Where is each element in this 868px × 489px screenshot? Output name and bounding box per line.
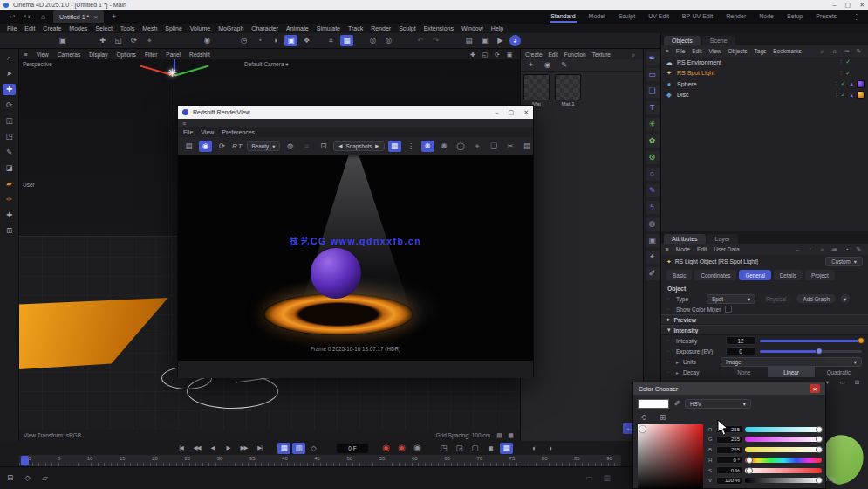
swatch-grid-icon[interactable]: ⊞ (656, 412, 669, 424)
channel-knob[interactable] (746, 457, 753, 464)
key-diamond-icon[interactable]: ◇ (21, 472, 34, 484)
quantize-icon[interactable]: ❖ (300, 35, 313, 46)
light-icon[interactable]: ✦ (646, 251, 660, 264)
layout-tab[interactable]: BP-UV Edit (681, 11, 714, 23)
preset-dropdown[interactable]: Custom▾ (825, 257, 863, 266)
redo-icon[interactable]: ↪ (21, 11, 34, 23)
units-dropdown[interactable]: Image▾ (721, 357, 862, 367)
volume-icon[interactable]: ◍ (646, 217, 660, 231)
record-param-icon[interactable]: ◙ (484, 443, 497, 454)
camera-label[interactable]: Default Camera ▾ (244, 61, 289, 68)
record-rotation-icon[interactable]: ▢ (468, 443, 482, 454)
prev-frame-icon[interactable]: ◀ (206, 443, 219, 454)
cube-primitive-icon[interactable]: ❏ (646, 85, 660, 98)
up-icon[interactable]: ↑ (805, 245, 815, 254)
scale-mode-icon[interactable]: ◱ (3, 115, 16, 127)
selection-tool-icon[interactable]: ➤ (3, 68, 16, 79)
viewport-menu-item[interactable]: Redshift (189, 52, 210, 58)
spline-pen-icon[interactable]: ✒ (646, 52, 660, 65)
burger-icon[interactable]: ≡ (182, 121, 186, 127)
physical-button[interactable]: Physical (760, 294, 792, 303)
ellipse-spline-icon[interactable]: ○ (646, 168, 660, 181)
filter-icon[interactable]: ≔ (830, 245, 839, 254)
edit-material-icon[interactable]: ✎ (557, 59, 571, 71)
intensity-value[interactable]: 12 (726, 336, 755, 345)
menu-item[interactable]: Edit (24, 25, 35, 31)
channel-knob[interactable] (816, 477, 823, 484)
maximize-button[interactable]: ▢ (845, 2, 851, 9)
color-chooser-window[interactable]: Color Chooser ✕ ✐ HSV▾ ⟲ ⊞ R 255 (632, 382, 826, 489)
field-icon[interactable]: ⚙ (646, 151, 660, 164)
zoom-view-icon[interactable]: ◱ (480, 50, 490, 59)
model-mode-icon[interactable]: ◳ (3, 131, 16, 142)
attribute-section-tab[interactable]: Coordinates (694, 270, 736, 280)
attribute-section-tab[interactable]: Basic (666, 270, 692, 280)
document-tab[interactable]: Untitled 1 * ✕ (53, 10, 104, 23)
render-view-icon[interactable]: ▤ (462, 35, 475, 46)
target-b-icon[interactable]: ◎ (382, 35, 395, 46)
live-selection-icon[interactable]: ▣ (56, 35, 69, 46)
channel-knob[interactable] (746, 467, 753, 474)
add-graph-button[interactable]: Add Graph (796, 294, 835, 303)
edit-icon[interactable]: ✎ (854, 245, 864, 254)
enabled-check-icon[interactable]: ✓ (841, 92, 846, 99)
menu-item[interactable]: Tools (120, 25, 134, 31)
object-row[interactable]: ● Sphere ∶ ✓ ▲ (661, 79, 868, 90)
attribute-section-tab[interactable]: Project (805, 270, 835, 280)
enabled-check-icon[interactable]: ✓ (845, 59, 851, 65)
objects-menu-item[interactable]: Edit (692, 48, 701, 54)
camera-icon[interactable]: ▣ (646, 234, 660, 247)
enabled-check-icon[interactable]: ✓ (845, 70, 851, 77)
attributes-menu-item[interactable]: User Data (714, 246, 739, 252)
undo-view-icon[interactable]: ↶ (413, 35, 427, 46)
goto-end-icon[interactable]: ▶| (253, 443, 266, 454)
expand-icon[interactable]: ▸ (676, 369, 679, 375)
panel-tab[interactable]: Scene (702, 36, 735, 45)
grid-icon[interactable]: ⋮ (405, 141, 418, 152)
menu-item[interactable]: Track (348, 25, 363, 31)
render-canvas[interactable]: 技艺CG www.qdnxxfb.cn Frame 0 2025-10-16 1… (178, 155, 533, 361)
timeline-ruler[interactable]: 051015202530354045505560657075808590 (19, 455, 621, 466)
attributes-menu-item[interactable]: Mode (676, 246, 690, 252)
rotate-tool-icon[interactable]: ⟳ (127, 35, 140, 46)
renderview-titlebar[interactable]: Redshift RenderView –▢✕ (178, 106, 533, 119)
home-icon[interactable]: ⌂ (37, 11, 50, 23)
exposure-slider[interactable] (760, 350, 862, 353)
dynamics-icon[interactable]: ϟ (646, 201, 660, 214)
material-label[interactable]: Mat.1 (554, 101, 582, 107)
material-thumbnail[interactable] (523, 74, 550, 100)
target-a-icon[interactable]: ◎ (366, 35, 379, 46)
channel-slider[interactable] (745, 427, 822, 432)
material-preview-icon[interactable]: ◉ (541, 59, 554, 71)
point-mode-icon[interactable]: ✎ (3, 147, 16, 158)
panel-tab[interactable]: Attributes (664, 234, 706, 244)
edit-icon[interactable]: ✎ (854, 47, 864, 56)
color-chooser-titlebar[interactable]: Color Chooser ✕ (633, 382, 825, 395)
exposure-knob[interactable] (816, 348, 823, 355)
color-mode-dropdown[interactable]: HSV▾ (685, 399, 751, 409)
edge-mode-icon[interactable]: ◪ (3, 162, 16, 174)
layout-tab[interactable]: Standard (550, 11, 576, 23)
decay-option-button[interactable]: Quadratic (816, 367, 862, 377)
intensity-knob[interactable] (858, 337, 865, 344)
render-settings-icon[interactable]: ▶ (494, 35, 507, 46)
material-menu-item[interactable]: Function (564, 52, 586, 58)
objects-menu-item[interactable]: Objects (728, 48, 747, 54)
channel-slider[interactable] (745, 447, 822, 452)
visibility-toggles[interactable]: ∶ (840, 59, 842, 65)
close-button[interactable]: ✕ (859, 2, 865, 9)
search-icon[interactable]: ⌕ (817, 245, 827, 254)
current-frame-field[interactable]: 0 F (337, 444, 368, 453)
menu-item[interactable]: Animate (286, 25, 309, 31)
autokey-icon[interactable]: ◉ (395, 443, 408, 454)
material-menu-item[interactable]: Texture (592, 52, 611, 58)
attribute-section-tab[interactable]: General (739, 270, 770, 280)
range-icon[interactable]: ▱ (38, 472, 51, 484)
exposure-value[interactable]: 0 (726, 347, 755, 355)
add-material-icon[interactable]: + (524, 59, 537, 71)
keyframe-mode-b-icon[interactable]: ▥ (292, 443, 305, 454)
object-label[interactable]: Sphere (677, 81, 832, 87)
clip-icon[interactable]: ✂ (504, 141, 517, 152)
menu-item[interactable]: Window (461, 25, 483, 31)
projection-label[interactable]: Perspective (23, 61, 52, 67)
